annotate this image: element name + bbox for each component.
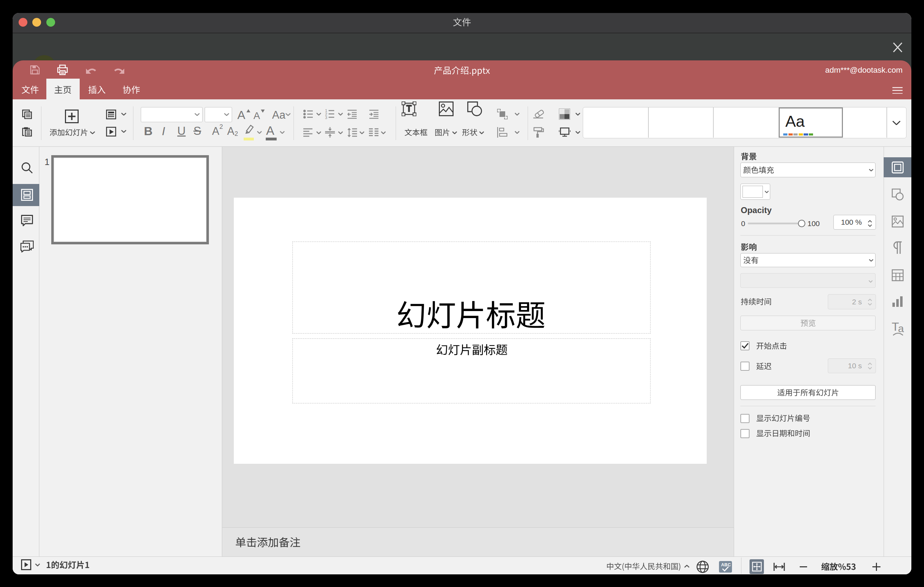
svg-text:3: 3 bbox=[325, 115, 327, 119]
